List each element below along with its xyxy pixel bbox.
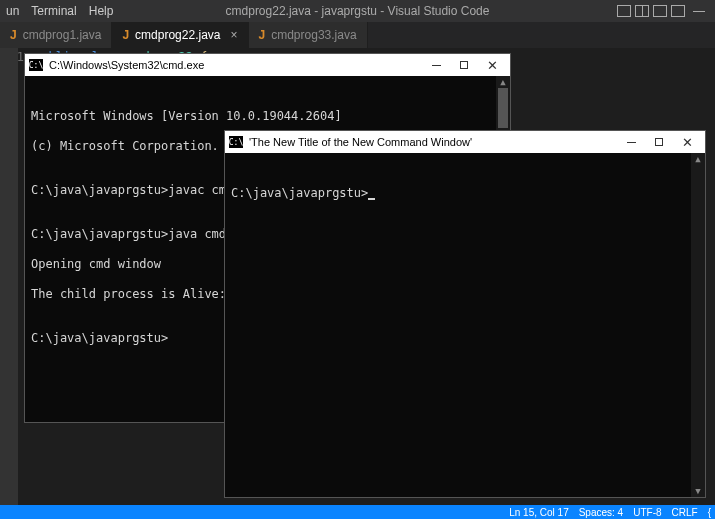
tab-cmdprog22[interactable]: J cmdprog22.java × — [112, 22, 248, 48]
menu-help[interactable]: Help — [89, 4, 114, 18]
maximize-button[interactable] — [450, 55, 478, 75]
cursor — [368, 198, 375, 200]
tab-label: cmdprog1.java — [23, 28, 102, 42]
cmd2-controls: ✕ — [617, 132, 701, 152]
cmd2-title: 'The New Title of the New Command Window… — [249, 136, 472, 148]
title-controls — [617, 5, 709, 17]
status-bar: Ln 15, Col 17 Spaces: 4 UTF-8 CRLF { — [0, 505, 715, 519]
cmd-line: Microsoft Windows [Version 10.0.19044.26… — [31, 108, 504, 124]
editor-tabs: J cmdprog1.java J cmdprog22.java × J cmd… — [0, 22, 715, 48]
cmd-prompt-line: C:\java\javaprgstu> — [231, 185, 699, 201]
scroll-up-icon[interactable]: ▲ — [691, 153, 705, 165]
layout-icon-3[interactable] — [671, 5, 685, 17]
layout-split-icon[interactable] — [635, 5, 649, 17]
layout-icon[interactable] — [617, 5, 631, 17]
status-encoding[interactable]: UTF-8 — [633, 507, 661, 518]
scroll-down-icon[interactable]: ▼ — [691, 485, 705, 497]
status-eol[interactable]: CRLF — [672, 507, 698, 518]
minimize-button[interactable] — [617, 132, 645, 152]
minimize-icon[interactable] — [693, 11, 705, 12]
close-button[interactable]: ✕ — [478, 55, 506, 75]
status-lncol[interactable]: Ln 15, Col 17 — [509, 507, 569, 518]
java-icon: J — [122, 28, 129, 42]
close-button[interactable]: ✕ — [673, 132, 701, 152]
cmd-window-2: C:\ 'The New Title of the New Command Wi… — [224, 130, 706, 498]
cmd1-controls: ✕ — [422, 55, 506, 75]
cmd2-body[interactable]: ▲ ▼ C:\java\javaprgstu> — [225, 153, 705, 497]
layout-icon-2[interactable] — [653, 5, 667, 17]
vscode-titlebar: un Terminal Help cmdprog22.java - javapr… — [0, 0, 715, 22]
tab-label: cmdprog33.java — [271, 28, 356, 42]
cmd1-titlebar[interactable]: C:\ C:\Windows\System32\cmd.exe ✕ — [25, 54, 510, 76]
scroll-up-icon[interactable]: ▲ — [496, 76, 510, 88]
status-lang[interactable]: { — [708, 507, 711, 518]
tab-cmdprog33[interactable]: J cmdprog33.java — [249, 22, 368, 48]
cmd1-title: C:\Windows\System32\cmd.exe — [49, 59, 204, 71]
menu-run[interactable]: un — [6, 4, 19, 18]
minimize-button[interactable] — [422, 55, 450, 75]
tab-label: cmdprog22.java — [135, 28, 220, 42]
tab-cmdprog1[interactable]: J cmdprog1.java — [0, 22, 112, 48]
cmd-icon: C:\ — [29, 59, 43, 71]
maximize-button[interactable] — [645, 132, 673, 152]
cmd2-titlebar[interactable]: C:\ 'The New Title of the New Command Wi… — [225, 131, 705, 153]
status-spaces[interactable]: Spaces: 4 — [579, 507, 623, 518]
window-title: cmdprog22.java - javaprgstu - Visual Stu… — [226, 4, 490, 18]
scroll-thumb[interactable] — [498, 88, 508, 128]
close-icon[interactable]: × — [230, 28, 237, 42]
java-icon: J — [10, 28, 17, 42]
activity-bar[interactable] — [0, 48, 18, 505]
scrollbar[interactable]: ▲ ▼ — [691, 153, 705, 497]
cmd-icon: C:\ — [229, 136, 243, 148]
menu-terminal[interactable]: Terminal — [31, 4, 76, 18]
java-icon: J — [259, 28, 266, 42]
